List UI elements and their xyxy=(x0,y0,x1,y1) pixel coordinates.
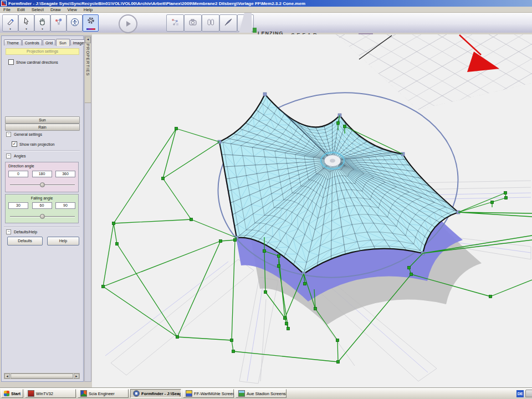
language-indicator[interactable]: DE xyxy=(516,390,524,397)
direction-angle-value-field[interactable]: 180 xyxy=(32,171,52,177)
general-settings-header[interactable]: − General settings xyxy=(6,132,42,137)
play-button[interactable] xyxy=(119,14,137,33)
slider-thumb[interactable] xyxy=(40,182,45,187)
gear-icon xyxy=(86,17,95,28)
model-view-button[interactable] xyxy=(66,14,83,32)
falling-angle-label: Falling angle xyxy=(6,196,78,200)
panel-horizontal-scrollbar[interactable]: ◄ ► xyxy=(4,373,80,379)
menu-draw[interactable]: Draw xyxy=(47,7,64,12)
task-formfinder[interactable]: Formfinder - J:\Seaga... xyxy=(130,389,181,398)
direction-angle-min-field[interactable]: 0 xyxy=(8,171,28,177)
collapse-icon[interactable]: − xyxy=(6,132,11,137)
scia-icon xyxy=(80,390,87,397)
panel-tabs: Theme Controls Grid Sun Images xyxy=(4,38,89,45)
select-cursor-button[interactable]: ▾ xyxy=(18,14,34,32)
window-titlebar[interactable]: Formfinder - J:\Seagate Sync\SyncRecycle… xyxy=(0,0,532,7)
falling-angle-min-field[interactable]: 30 xyxy=(8,202,28,209)
scene-svg xyxy=(92,34,532,387)
structure-nodes-button[interactable] xyxy=(166,14,184,32)
sun-section-bar[interactable]: Sun xyxy=(5,116,80,124)
rain-section-bar[interactable]: Rain xyxy=(5,124,80,131)
tab-grid[interactable]: Grid xyxy=(43,39,55,45)
task-aue-stadion-screenshot[interactable]: Aue Stadion Screenshot ... xyxy=(236,389,287,398)
divider xyxy=(4,150,80,151)
falling-angle-slider[interactable] xyxy=(10,214,75,219)
gradient-bar xyxy=(86,28,95,30)
menu-view[interactable]: View xyxy=(64,7,80,12)
tab-controls[interactable]: Controls xyxy=(22,39,42,45)
tab-sun[interactable]: Sun xyxy=(56,39,69,46)
formfinder-icon xyxy=(133,390,140,397)
properties-strip-tab[interactable]: ◄ PROPERTIES xyxy=(85,36,91,103)
pencil-icon xyxy=(6,17,15,28)
windows-flag-icon xyxy=(4,391,9,396)
scroll-left-arrow[interactable]: ◄ xyxy=(4,374,10,378)
reference-grid xyxy=(201,34,532,117)
help-button[interactable]: Help xyxy=(47,237,79,245)
scroll-thumb[interactable] xyxy=(11,374,73,378)
divider xyxy=(4,227,80,228)
slider-thumb[interactable] xyxy=(40,214,45,219)
desktop: { "window": { "title": "Formfinder - J:\… xyxy=(0,0,532,399)
vitruvian-man-icon xyxy=(70,18,79,29)
defaults-button[interactable]: Defaults xyxy=(7,237,43,245)
start-button[interactable]: Start xyxy=(1,389,23,398)
main-toolbar: ▾ ▾ ▾ xyxy=(0,13,532,33)
aue-stadion-icon xyxy=(238,390,245,397)
system-tray: DE xyxy=(516,390,532,397)
formfinder-app-icon xyxy=(1,1,7,6)
render-settings-button[interactable] xyxy=(83,14,99,32)
taskbar: Start WinTV32 Scia Engineer Formfinder -… xyxy=(0,387,532,399)
cursor-icon xyxy=(22,17,31,28)
materials-button[interactable] xyxy=(202,14,219,32)
task-wintv32[interactable]: WinTV32 xyxy=(25,389,76,398)
printer-tray-icon[interactable] xyxy=(525,390,532,397)
menu-bar: File Edit Select Draw View Help xyxy=(0,7,532,13)
scroll-right-arrow[interactable]: ► xyxy=(74,374,79,378)
projection-settings-banner: Projection settings xyxy=(6,48,79,55)
direction-angle-group: Direction angle 0 180 360 xyxy=(5,162,79,192)
molecule-icon xyxy=(54,18,63,29)
collapse-panel-arrow-icon[interactable]: ◄ xyxy=(85,37,91,43)
properties-strip-label: PROPERTIES xyxy=(85,44,90,76)
collapse-icon[interactable]: − xyxy=(6,229,11,234)
hand-icon xyxy=(38,17,47,28)
direction-angle-max-field[interactable]: 360 xyxy=(55,171,75,177)
direction-arrow xyxy=(459,35,499,72)
wartmuehle-icon xyxy=(186,390,192,397)
nodes-tool-button[interactable] xyxy=(50,14,66,32)
direction-angle-label: Direction angle xyxy=(8,164,34,168)
wintv-icon xyxy=(28,390,34,397)
falling-angle-max-field[interactable]: 90 xyxy=(55,202,75,209)
menu-edit[interactable]: Edit xyxy=(14,7,28,12)
tab-theme[interactable]: Theme xyxy=(4,39,22,45)
lenzing-mark-icon xyxy=(253,28,257,33)
show-rain-label: Show rain projection xyxy=(19,142,54,146)
hub-center xyxy=(330,159,335,163)
menu-select[interactable]: Select xyxy=(28,7,47,12)
task-wartmuehle-screenshot[interactable]: FF-WartMühle Screensh... xyxy=(183,389,234,398)
falling-angle-value-field[interactable]: 60 xyxy=(32,202,52,209)
currency-button[interactable]: € xyxy=(237,14,254,32)
direction-angle-slider[interactable] xyxy=(10,182,75,187)
properties-strip: ◄ PROPERTIES xyxy=(84,35,91,382)
collapse-icon[interactable]: − xyxy=(6,154,11,158)
grid-highlight-line xyxy=(359,35,392,59)
falling-angle-group: Falling angle 30 60 90 xyxy=(5,194,79,223)
feather-icon xyxy=(224,18,233,29)
draw-pencil-button[interactable]: ▾ xyxy=(2,14,18,32)
show-rain-checkbox[interactable]: ✓ xyxy=(12,141,17,147)
snapshot-button[interactable] xyxy=(184,14,202,32)
show-cardinal-checkbox[interactable] xyxy=(8,59,14,65)
defaults-help-header[interactable]: − Defaults/Help xyxy=(6,229,37,234)
window-title: Formfinder - J:\Seagate Sync\SyncRecycle… xyxy=(8,1,305,6)
task-scia-engineer[interactable]: Scia Engineer xyxy=(78,389,129,398)
show-rain-projection-row: ✓ Show rain projection xyxy=(12,141,54,147)
menu-file[interactable]: File xyxy=(0,7,14,12)
show-cardinal-directions-row: Show cardinal directions xyxy=(8,59,58,65)
menu-help[interactable]: Help xyxy=(80,7,96,12)
viewport-3d[interactable] xyxy=(92,34,532,387)
angles-header[interactable]: − Angles xyxy=(6,154,25,158)
feather-button[interactable] xyxy=(219,14,237,32)
pan-hand-button[interactable]: ▾ xyxy=(34,14,50,32)
